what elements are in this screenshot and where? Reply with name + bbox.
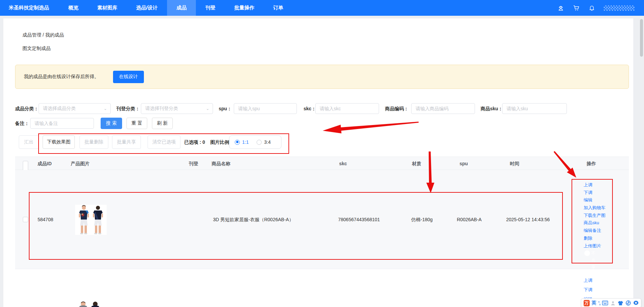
radio-dot-icon — [235, 140, 240, 145]
action-edit[interactable]: 编辑 — [584, 196, 605, 204]
remark-field-wrap — [30, 118, 94, 129]
action-move-down[interactable]: 下调 — [584, 189, 605, 197]
image-ratio-group: 1:1 3:4 — [229, 135, 281, 149]
spu-label: spu： — [219, 103, 232, 114]
reset-button[interactable]: 重 置 — [126, 118, 147, 129]
category-select[interactable]: 请选择成品分类 ⌄ — [39, 103, 111, 114]
product-code-input[interactable] — [412, 104, 475, 114]
col-actions: 操作 — [587, 157, 596, 170]
col-spu: spu — [460, 157, 468, 170]
breadcrumb: 成品管理 / 我的成品 — [22, 32, 64, 38]
table-header: 成品ID 产品图片 刊登 商品名称 skc 材质 spu 时间 操作 — [15, 157, 629, 170]
publish-category-label: 刊登分类： — [116, 103, 140, 114]
ratio-1-1-label: 1:1 — [242, 139, 249, 145]
username-redacted[interactable] — [604, 5, 635, 11]
vertical-scrollbar[interactable] — [640, 19, 643, 57]
publish-select-placeholder: 请选择刊登分类 — [145, 106, 178, 112]
action-product-sku[interactable]: 商品sku — [584, 219, 605, 227]
nav-item-orders[interactable]: 订单 — [264, 0, 292, 16]
product-sku-label: 商品sku： — [481, 103, 503, 114]
action-move-up[interactable]: 上调 — [584, 276, 592, 285]
row-actions: 上调 下调 编辑 加入购物车 下载生产图 商品sku 编辑备注 删除 上传图片 … — [584, 181, 605, 250]
main-menu: 概览 素材图库 选品/设计 成品 刊登 批量操作 订单 — [59, 0, 292, 16]
row-time: 2025-05-12 14:43:56 — [506, 216, 550, 223]
action-edit-remark[interactable]: 编辑备注 — [584, 227, 605, 235]
action-add-to-cart[interactable]: 加入购物车 — [584, 204, 605, 212]
product-sku-field-wrap — [502, 103, 567, 114]
user-profile-icon[interactable] — [610, 300, 616, 306]
ratio-1-1-radio[interactable]: 1:1 — [235, 139, 249, 145]
col-product-id: 成品ID — [38, 157, 52, 170]
nav-item-overview[interactable]: 概览 — [59, 0, 88, 16]
ime-logo-icon[interactable]: 万 — [584, 300, 590, 306]
row-checkbox[interactable] — [23, 217, 28, 222]
nav-item-finished-products[interactable]: 成品 — [167, 0, 196, 16]
category-select-placeholder: 请选择成品分类 — [43, 106, 76, 112]
refresh-button[interactable]: 刷 新 — [152, 118, 173, 129]
product-image-partial[interactable] — [76, 301, 103, 307]
info-alert: 我的成品是由在线设计保存后所得。 在线设计 — [15, 65, 629, 89]
action-upload-image[interactable]: 上传图片 — [584, 242, 605, 250]
online-design-button[interactable]: 在线设计 — [113, 71, 144, 83]
nav-item-selection-design[interactable]: 选品/设计 — [127, 0, 167, 16]
col-skc: skc — [339, 157, 347, 170]
publish-category-select[interactable]: 请选择刊登分类 ⌄ — [141, 103, 213, 114]
spu-field-wrap — [234, 103, 297, 114]
remark-label: 备注： — [15, 118, 29, 129]
top-navbar: 米圣科技定制选品 概览 素材图库 选品/设计 成品 刊登 批量操作 订单 — [0, 0, 644, 16]
row-material: 仿棉-180g — [411, 216, 433, 223]
skin-tshirt-icon[interactable] — [618, 300, 624, 306]
action-move-down[interactable]: 下调 — [584, 285, 592, 295]
col-material: 材质 — [412, 157, 421, 170]
settings-gear-icon[interactable] — [633, 300, 639, 306]
col-publish: 刊登 — [189, 157, 198, 170]
col-product-image: 产品图片 — [71, 157, 90, 170]
row-product-name: 3D 男短款家居服-衣服（R0026AB-A） — [213, 216, 293, 223]
ratio-3-4-label: 3:4 — [264, 139, 270, 145]
skc-field-wrap — [315, 103, 379, 114]
chevron-down-icon: ⌄ — [104, 106, 107, 111]
nav-item-material-library[interactable]: 素材图库 — [88, 0, 127, 16]
ratio-3-4-radio[interactable]: 3:4 — [257, 139, 270, 145]
cart-icon[interactable] — [573, 5, 580, 11]
chevron-down-icon: ⌄ — [206, 106, 209, 111]
brand-title: 米圣科技定制选品 — [0, 0, 59, 16]
image-ratio-label: 图片比例: — [210, 135, 231, 149]
selected-count-text: 已选项 : 0 — [184, 135, 205, 149]
customer-service-icon[interactable] — [557, 5, 564, 11]
page-title: 图文定制成品 — [22, 46, 51, 52]
app-window: 米圣科技定制选品 概览 素材图库 选品/设计 成品 刊登 批量操作 订单 — [0, 0, 644, 307]
bell-icon[interactable] — [588, 5, 595, 11]
navbar-right — [557, 0, 644, 16]
skc-label: skc： — [304, 103, 316, 114]
spu-input[interactable] — [234, 104, 297, 114]
export-button[interactable]: 汇出 — [19, 135, 39, 149]
download-render-button[interactable]: 下载效果图 — [43, 135, 75, 149]
toolbox-flower-icon[interactable] — [626, 300, 631, 306]
action-move-up[interactable]: 上调 — [584, 181, 605, 189]
product-code-label: 商品编码： — [385, 103, 409, 114]
keyboard-icon[interactable] — [602, 300, 608, 306]
alert-text: 我的成品是由在线设计保存后所得。 — [24, 74, 99, 80]
product-sku-input[interactable] — [502, 104, 567, 114]
row-skc: 7806567443568101 — [338, 216, 380, 223]
nav-item-batch-operations[interactable]: 批量操作 — [225, 0, 264, 16]
row-product-id: 584708 — [38, 216, 53, 223]
action-download-production-image[interactable]: 下载生产图 — [584, 212, 605, 220]
category-label: 成品分类： — [15, 103, 39, 114]
product-image[interactable] — [75, 205, 107, 235]
row-spu: R0026AB-A — [457, 216, 482, 223]
batch-delete-button[interactable]: 批量删除 — [79, 135, 108, 149]
skc-input[interactable] — [316, 104, 379, 114]
clear-selected-button[interactable]: 清空已选项 — [148, 135, 180, 149]
share-toggle-label: 不共享 — [591, 250, 595, 257]
action-delete[interactable]: 删除 — [584, 235, 605, 242]
batch-share-button[interactable]: 批量共享 — [112, 135, 141, 149]
remark-input[interactable] — [31, 118, 94, 128]
ime-language-indicator[interactable]: 英 — [592, 300, 596, 306]
ime-toolbar: 万 英 ’, — [581, 298, 641, 307]
col-time: 时间 — [510, 157, 519, 170]
search-button[interactable]: 搜 索 — [101, 118, 122, 129]
ime-punctuation-icon[interactable]: ’, — [598, 300, 600, 306]
nav-item-publish[interactable]: 刊登 — [196, 0, 225, 16]
